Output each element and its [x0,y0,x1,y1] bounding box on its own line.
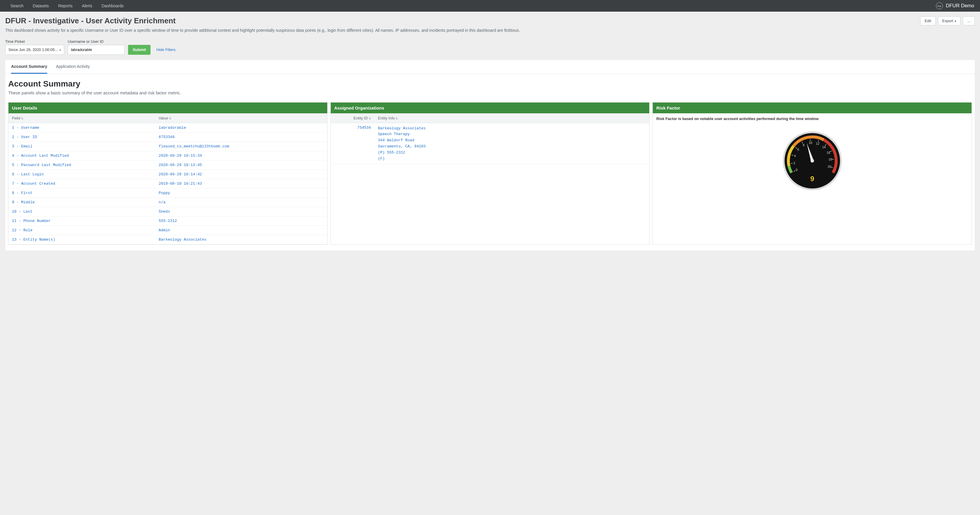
sort-icon [368,116,371,120]
nav-dashboards[interactable]: Dashboards [97,3,128,8]
nav-search[interactable]: Search [6,3,28,8]
cell-value: 2020-06-29 10:13:45 [155,160,327,170]
col-entity-info[interactable]: Entity Info [374,113,649,123]
cell-field: 11 - Phone Number [8,216,155,225]
cell-value: fleased_to_meetchu@l33tbomb.com [155,141,327,151]
cell-entity-info: Barkeology Associates Speech Therapy 344… [374,123,649,164]
svg-text:2: 2 [793,161,795,165]
sort-icon [168,116,171,120]
table-row[interactable]: 1 - Usernamelabradorable [8,123,327,132]
svg-text:16: 16 [827,151,830,154]
table-row[interactable]: 8 - FirstPoppy [8,188,327,198]
section-description: These panels show a basic summary of the… [8,90,972,95]
table-row[interactable]: 11 - Phone Number555-2312 [8,216,327,225]
username-label: Username or User ID [68,39,124,44]
cell-value: 2020-06-29 10:14:42 [155,170,327,179]
cell-field: 8 - First [8,188,155,198]
filters-bar: Time Picker Since Jun 26, 2020 1:00:05..… [0,36,980,60]
page-title: DFUR - Investigative - User Activity Enr… [5,16,918,25]
svg-text:8: 8 [803,143,804,147]
hide-filters-link[interactable]: Hide Filters [156,48,176,52]
cell-value: labradorable [155,123,327,132]
cell-value: Admin [155,225,327,235]
username-input[interactable] [68,45,124,55]
tab-account-summary[interactable]: Account Summary [11,60,47,74]
section-title: Account Summary [8,79,972,89]
more-button[interactable]: ... [963,16,975,25]
cell-field: 7 - Account Created [8,179,155,188]
cell-value: 2019-08-10 10:21:43 [155,179,327,188]
app-badge-icon: App [936,2,943,10]
cell-field: 2 - User ID [8,132,155,141]
table-row[interactable]: 13 - Entity Name(s)Barkeology Associates [8,235,327,244]
cell-field: 10 - Last [8,207,155,216]
table-row[interactable]: 6 - Last Login2020-06-29 10:14:42 [8,170,327,179]
risk-factor-note: Risk Factor is based on notable user acc… [653,113,972,124]
panel-title: Risk Factor [653,103,972,113]
cell-value: 8753346 [155,132,327,141]
time-picker-label: Time Picker [5,39,64,44]
cell-value: Sheds [155,207,327,216]
svg-point-24 [811,159,814,163]
content-area: Account Summary Application Activity Acc… [5,60,975,250]
tab-bar: Account Summary Application Activity [5,60,975,74]
cell-field: 1 - Username [8,123,155,132]
top-nav: Search Datasets Reports Alerts Dashboard… [0,0,980,12]
panel-user-details: User Details Field Value 1 - Usernamelab… [8,102,328,245]
cell-field: 3 - Email [8,141,155,151]
cell-value: n/a [155,198,327,207]
cell-field: 6 - Last Login [8,170,155,179]
svg-text:14: 14 [822,145,826,149]
chevron-down-icon [58,48,61,52]
time-picker[interactable]: Since Jun 26, 2020 1:00:05... [5,45,64,55]
cell-value: 2020-06-29 10:15:34 [155,151,327,160]
table-row[interactable]: 3 - Emailfleased_to_meetchu@l33tbomb.com [8,141,327,151]
svg-text:12: 12 [816,142,819,145]
table-row[interactable]: 2 - User ID8753346 [8,132,327,141]
table-row[interactable]: 754534Barkeology Associates Speech Thera… [331,123,649,164]
export-button[interactable]: Export [938,16,961,25]
cell-field: 13 - Entity Name(s) [8,235,155,244]
col-field[interactable]: Field [8,113,155,123]
edit-button[interactable]: Edit [920,16,935,25]
table-row[interactable]: 5 - Password Last Modified2020-06-29 10:… [8,160,327,170]
svg-text:4: 4 [794,154,795,158]
chevron-down-icon [955,19,956,23]
cell-field: 12 - Role [8,225,155,235]
nav-alerts[interactable]: Alerts [77,3,97,8]
panel-title: Assigned Organizations [331,103,649,113]
gauge-value: 9 [810,175,814,183]
cell-entity-id: 754534 [331,123,374,164]
nav-datasets[interactable]: Datasets [28,3,53,8]
risk-factor-gauge: 024681012141618209 [780,127,845,192]
svg-text:10: 10 [808,141,812,144]
svg-text:0: 0 [795,168,797,171]
user-details-table: Field Value 1 - Usernamelabradorable2 - … [8,113,327,244]
page-header: DFUR - Investigative - User Activity Enr… [0,12,980,36]
svg-line-3 [791,163,792,163]
panel-title: User Details [8,103,327,113]
table-row[interactable]: 4 - Account Last Modified2020-06-29 10:1… [8,151,327,160]
table-row[interactable]: 7 - Account Created2019-08-10 10:21:43 [8,179,327,188]
page-description: This dashboard shows activity for a spec… [5,28,975,33]
cell-value: Barkeology Associates [155,235,327,244]
table-row[interactable]: 12 - RoleAdmin [8,225,327,235]
tab-application-activity[interactable]: Application Activity [56,60,90,74]
panel-risk-factor: Risk Factor Risk Factor is based on nota… [652,102,972,245]
app-name[interactable]: DFUR Demo [946,3,974,9]
cell-field: 9 - Middle [8,198,155,207]
col-entity-id[interactable]: Entity ID [331,113,374,123]
svg-text:20: 20 [827,165,831,168]
submit-button[interactable]: Submit [128,45,151,55]
table-row[interactable]: 9 - Middlen/a [8,198,327,207]
sort-icon [395,116,398,120]
table-row[interactable]: 10 - LastSheds [8,207,327,216]
col-value[interactable]: Value [155,113,327,123]
panel-assigned-organizations: Assigned Organizations Entity ID Entity … [331,102,650,245]
cell-field: 5 - Password Last Modified [8,160,155,170]
assigned-orgs-table: Entity ID Entity Info 754534Barkeology A… [331,113,649,165]
cell-field: 4 - Account Last Modified [8,151,155,160]
sort-icon [20,116,23,120]
nav-reports[interactable]: Reports [54,3,77,8]
cell-value: 555-2312 [155,216,327,225]
